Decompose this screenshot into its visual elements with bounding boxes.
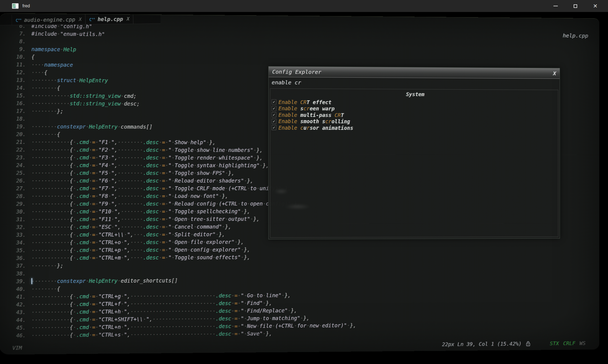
option-label-match: Enable CR (278, 99, 307, 105)
line-number: 25. (3, 169, 31, 177)
line-number: 41. (3, 293, 31, 301)
line-number: 37. (3, 262, 31, 270)
tab-label: help.cpp (98, 16, 123, 22)
line-number: 31. (3, 216, 31, 223)
checkbox[interactable]: ✓ (272, 125, 276, 130)
config-option[interactable]: ✓Enable screen warp (270, 105, 558, 113)
line-number: 15. (3, 92, 31, 99)
line-number: 23. (3, 153, 31, 161)
line-number: 13. (3, 76, 31, 84)
popup-titlebar[interactable]: Config Explorer X (269, 66, 560, 79)
section-header: System (270, 90, 558, 98)
line-number: 9. (3, 45, 31, 53)
option-label-match: Enable c (278, 125, 304, 131)
config-option-list: ✓Enable CRT effect✓Enable screen warp✓En… (270, 99, 558, 132)
config-search-value: enable cr (272, 79, 301, 86)
line-number: 26. (3, 177, 31, 184)
checkbox[interactable]: ✓ (272, 106, 276, 111)
tab-label: audio-engine.cpp (24, 16, 75, 23)
line-number: 8. (3, 37, 31, 45)
app-icon (12, 3, 19, 9)
option-label: een warp (310, 105, 334, 111)
lock-icon (526, 340, 531, 347)
config-option[interactable]: ✓Enable cursor animations (270, 125, 558, 132)
window-titlebar: fred ✕ (0, 0, 608, 12)
option-label-match: r (307, 125, 310, 131)
line-number: 16. (3, 99, 31, 107)
checkbox[interactable]: ✓ (272, 119, 276, 124)
tab-help-cpp[interactable]: C++help.cppX (85, 14, 133, 24)
checkbox[interactable]: ✓ (272, 112, 276, 117)
line-number: 22. (3, 146, 31, 154)
config-option[interactable]: ✓Enable CRT effect (270, 99, 558, 106)
line-number: 29. (3, 200, 31, 208)
tab-close-icon[interactable]: X (79, 16, 82, 22)
window-controls: ✕ (546, 0, 605, 12)
line-number: 30. (3, 208, 31, 216)
option-label: multi-pass (300, 112, 335, 118)
option-label: T effect (307, 99, 331, 105)
line-number: 27. (3, 184, 31, 192)
option-label-match: CR (335, 112, 341, 118)
cpp-file-icon: C++ (89, 16, 95, 22)
cpp-file-icon: C++ (16, 17, 22, 23)
minimize-button[interactable] (546, 0, 565, 12)
filename-overlay: help.cpp (563, 32, 588, 39)
line-number: 36. (3, 254, 31, 262)
line-number: 24. (3, 161, 31, 169)
line-number: 18. (3, 115, 31, 123)
maximize-button[interactable] (565, 0, 585, 12)
vim-mode-indicator: VIM (12, 345, 22, 351)
tab-close-icon[interactable]: X (127, 16, 130, 21)
line-number: 44. (3, 316, 31, 324)
line-number: 40. (3, 285, 31, 293)
line-number: 45. (3, 324, 31, 332)
option-label: sor animations (310, 125, 353, 131)
line-number: 14. (3, 84, 31, 92)
line-number: 39. (3, 277, 31, 285)
minimize-icon (553, 6, 558, 6)
line-number: 7. (3, 29, 31, 37)
line-number: 11. (3, 60, 31, 68)
maximize-icon (574, 4, 577, 8)
window-title: fred (22, 4, 30, 8)
config-explorer-popup: Config Explorer X enable cr System ✓Enab… (268, 66, 560, 239)
status-stx: STX (550, 340, 559, 346)
status-ws: WS (580, 340, 586, 346)
config-option[interactable]: ✓Enable multi-pass CRT (270, 112, 558, 119)
line-number: 28. (3, 192, 31, 200)
checkbox[interactable]: ✓ (272, 99, 276, 105)
option-label: s (300, 105, 303, 111)
line-number: 10. (3, 53, 31, 61)
line-number: 35. (3, 246, 31, 254)
editor-screen: C++audio-engine.cppXC++help.cppX help.cp… (0, 13, 599, 354)
tab-audio-engine-cpp[interactable]: C++audio-engine.cppX (11, 14, 86, 25)
config-option[interactable]: ✓Enable smooth scrolling (270, 118, 558, 125)
line-number: 19. (3, 123, 31, 131)
line-number: 32. (3, 223, 31, 231)
line-number: 33. (3, 231, 31, 239)
option-label-match: cr (325, 119, 331, 125)
crt-bezel: C++audio-engine.cppXC++help.cppX help.cp… (0, 12, 608, 364)
occluded-text-ghost (274, 189, 288, 194)
option-label: olling (331, 119, 350, 125)
status-bar: VIM 22px Ln 39, Col 1 (15.42%) STX CRLF … (0, 339, 599, 352)
option-label: u (304, 125, 307, 131)
line-number: 12. (3, 68, 31, 76)
line-number: 38. (3, 269, 31, 277)
option-label: smooth s (300, 118, 325, 124)
config-search-input[interactable]: enable cr (269, 77, 560, 89)
status-right: 22px Ln 39, Col 1 (15.42%) STX CRLF WS (442, 340, 586, 348)
line-number: 43. (3, 308, 31, 316)
option-label: T (341, 112, 344, 118)
option-label-match: Enable (278, 118, 300, 124)
tab-bar: C++audio-engine.cppXC++help.cppX (0, 13, 161, 25)
status-crlf: CRLF (563, 340, 575, 346)
option-label-match: Enable (278, 105, 300, 111)
close-button[interactable]: ✕ (585, 0, 605, 12)
line-number: 20. (3, 130, 31, 138)
line-number: 46. (3, 331, 31, 339)
line-number: 21. (3, 138, 31, 146)
popup-close-button[interactable]: X (553, 70, 556, 77)
line-number: 42. (3, 301, 31, 308)
